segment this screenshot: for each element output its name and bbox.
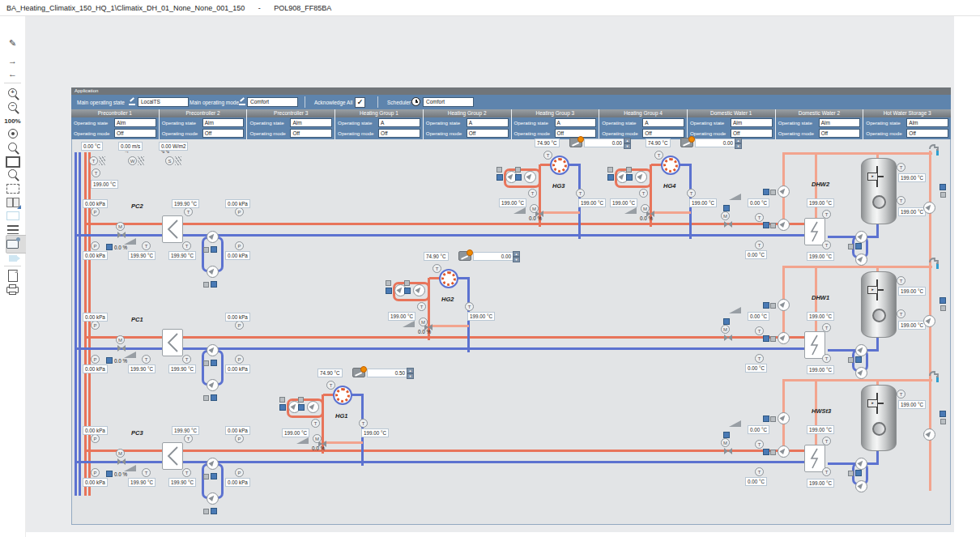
pump-command-icon[interactable]: [515, 174, 522, 181]
pump-command-icon[interactable]: [298, 404, 305, 411]
hx-return-temp-value[interactable]: 199.00 °C: [807, 365, 834, 374]
operating-state-field[interactable]: Alm: [906, 118, 948, 127]
pump-command-icon[interactable]: [763, 222, 769, 228]
heat-exchanger-icon[interactable]: [162, 442, 183, 470]
supply-temp-value[interactable]: 199.90 °C: [172, 199, 199, 208]
step-up-icon[interactable]: ▲: [407, 368, 414, 373]
return-temp-value[interactable]: 199.90 °C: [128, 478, 156, 487]
pressure-value[interactable]: 0.00 kPa: [83, 313, 108, 322]
pressure-value[interactable]: 0.00 kPa: [83, 426, 108, 435]
step-down-icon[interactable]: ▼: [513, 257, 520, 262]
supply-temp-value[interactable]: 199.00 °C: [388, 312, 415, 321]
pump-command-icon[interactable]: [211, 281, 217, 288]
hx-return-temp-value[interactable]: 199.00 °C: [807, 252, 834, 261]
pen-tool-icon[interactable]: ✎: [4, 37, 21, 50]
step-down-icon[interactable]: ▼: [735, 143, 742, 149]
pressure-value[interactable]: 0.00 kPa: [83, 251, 108, 260]
operating-mode-field[interactable]: Off: [202, 129, 245, 138]
operating-state-field[interactable]: Alm: [114, 118, 156, 127]
outside-temp-value[interactable]: 0.00 °C: [81, 142, 103, 151]
flow-setpoint-value[interactable]: 74.90 °C: [317, 369, 343, 377]
charge-pump-icon[interactable]: [778, 412, 790, 424]
setpoint-slider-icon[interactable]: [680, 138, 693, 147]
recirculation-pump-icon[interactable]: [923, 315, 935, 327]
tank-top-temp-value[interactable]: 199.00 °C: [898, 173, 926, 182]
heat-exchanger-icon[interactable]: [162, 215, 183, 243]
step-up-icon[interactable]: ▲: [513, 251, 520, 257]
pressure-value[interactable]: 0.00 kPa: [225, 478, 250, 487]
pressure-value[interactable]: 0.00 kPa: [225, 251, 250, 260]
pump-command-icon[interactable]: [211, 360, 217, 366]
control-valve-icon[interactable]: [724, 448, 732, 455]
charge-temp-value[interactable]: 199.00 °C: [807, 312, 834, 321]
operating-state-field[interactable]: A: [378, 118, 420, 127]
mixing-valve-icon[interactable]: [333, 386, 352, 405]
mixing-valve-icon[interactable]: [439, 269, 458, 288]
pressure-value[interactable]: 0.00 kPa: [225, 199, 250, 208]
return-temp-value[interactable]: 199.90 °C: [128, 364, 156, 373]
pressure-value[interactable]: 0.00 kPa: [225, 426, 250, 435]
setpoint-offset-field[interactable]: 0.50: [367, 369, 407, 377]
operating-state-field[interactable]: A: [467, 118, 509, 127]
flow-setpoint-value[interactable]: 74.90 °C: [424, 252, 449, 261]
pump-command-icon[interactable]: [763, 302, 769, 309]
pressure-value[interactable]: 0.00 kPa: [83, 199, 108, 208]
supply-temp-value[interactable]: 199.00 °C: [610, 198, 637, 207]
pump-command-icon[interactable]: [496, 174, 503, 181]
tank-pump-icon[interactable]: [855, 344, 867, 356]
flow-setpoint-value[interactable]: 74.90 °C: [535, 139, 560, 147]
supply-temp-value[interactable]: 199.90 °C: [172, 426, 199, 435]
storage-tank[interactable]: [861, 271, 897, 338]
return-low-temp-value[interactable]: 0.00 °C: [745, 477, 767, 486]
setpoint-slider-icon[interactable]: [458, 251, 471, 261]
operating-mode-field[interactable]: Off: [290, 129, 332, 138]
valve-position-value[interactable]: 0.0 %: [631, 215, 662, 221]
return-temp-value[interactable]: 199.90 °C: [128, 251, 156, 260]
mixed-temp-value[interactable]: 0.00 °C: [748, 425, 769, 434]
tank-mid-temp-value[interactable]: 199.00 °C: [898, 321, 926, 330]
return-temp-value[interactable]: 199.90 °C: [168, 364, 196, 373]
flow-setpoint-value[interactable]: 74.90 °C: [646, 139, 671, 147]
circulation-pump-icon[interactable]: [307, 401, 319, 413]
mixed-temp-value[interactable]: 0.00 °C: [748, 198, 769, 207]
pump-command-icon[interactable]: [855, 470, 862, 476]
operating-state-field[interactable]: A: [642, 118, 684, 127]
valve-position-value[interactable]: 0.0 %: [303, 445, 334, 451]
navigate-back-icon[interactable]: ←: [4, 68, 21, 81]
recirc-command-icon[interactable]: [940, 184, 946, 190]
recirculation-pump-icon[interactable]: [923, 428, 935, 441]
pump-command-icon[interactable]: [763, 189, 769, 195]
main-mode-field[interactable]: Comfort: [247, 97, 298, 107]
primary-pump-icon[interactable]: [778, 332, 790, 344]
pump-command-icon[interactable]: [211, 508, 217, 514]
acknowledge-all-checkbox[interactable]: ✓: [355, 97, 365, 108]
pump-command-icon[interactable]: [855, 243, 862, 249]
operating-state-field[interactable]: A: [555, 118, 597, 127]
mixed-temp-value[interactable]: 0.00 °C: [748, 312, 769, 321]
pump-command-icon[interactable]: [211, 473, 217, 479]
circulation-pump-icon[interactable]: [207, 492, 219, 505]
pressure-value[interactable]: 0.00 kPa: [83, 364, 108, 373]
setpoint-offset-field[interactable]: 0.00: [695, 139, 735, 147]
pump-command-icon[interactable]: [626, 174, 633, 181]
pump-command-icon[interactable]: [386, 288, 392, 294]
tank-pump-icon[interactable]: [855, 480, 867, 492]
electric-heat-exchanger-icon[interactable]: [804, 445, 825, 472]
pump-command-icon[interactable]: [763, 449, 769, 455]
window-zoom-icon[interactable]: [4, 155, 21, 168]
magnifier-icon[interactable]: [4, 142, 21, 155]
charge-pump-icon[interactable]: [778, 299, 790, 311]
storage-tank[interactable]: [861, 385, 897, 451]
pump-command-icon[interactable]: [404, 288, 411, 294]
primary-pump-icon[interactable]: [778, 219, 790, 231]
return-temp-value[interactable]: 199.90 °C: [168, 251, 196, 260]
tank-pump-icon[interactable]: [855, 231, 867, 243]
step-down-icon[interactable]: ▼: [407, 373, 414, 379]
solar-radiation-value[interactable]: 0.00 W/m2: [159, 142, 188, 151]
circulation-pump-icon[interactable]: [635, 171, 647, 183]
charge-temp-value[interactable]: 199.00 °C: [807, 198, 834, 207]
pump-command-icon[interactable]: [763, 416, 769, 422]
return-temp-value[interactable]: 199.90 °C: [168, 478, 196, 487]
pump-command-icon[interactable]: [279, 404, 286, 411]
recirc-command-icon[interactable]: [940, 411, 946, 417]
